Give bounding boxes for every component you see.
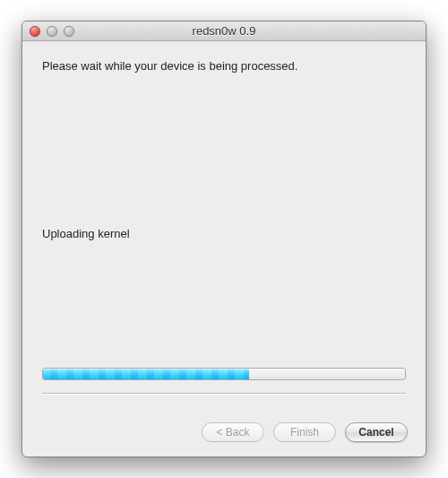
progress-container [42, 368, 406, 380]
content-area: Please wait while your device is being p… [22, 41, 426, 412]
cancel-button[interactable]: Cancel [345, 422, 408, 442]
close-icon[interactable] [30, 26, 40, 37]
button-row: < Back Finish Cancel [22, 412, 426, 456]
app-window: redsn0w 0.9 Please wait while your devic… [22, 21, 426, 457]
back-button: < Back [202, 422, 264, 442]
titlebar[interactable]: redsn0w 0.9 [22, 22, 426, 41]
finish-button: Finish [273, 422, 336, 442]
window-title: redsn0w 0.9 [22, 24, 426, 38]
zoom-icon [64, 26, 74, 37]
progress-bar [42, 368, 406, 380]
minimize-icon [47, 26, 57, 37]
instruction-text: Please wait while your device is being p… [42, 59, 406, 73]
traffic-lights [30, 26, 74, 37]
status-text: Uploading kernel [42, 227, 406, 240]
progress-fill [43, 369, 249, 379]
divider [42, 393, 406, 394]
